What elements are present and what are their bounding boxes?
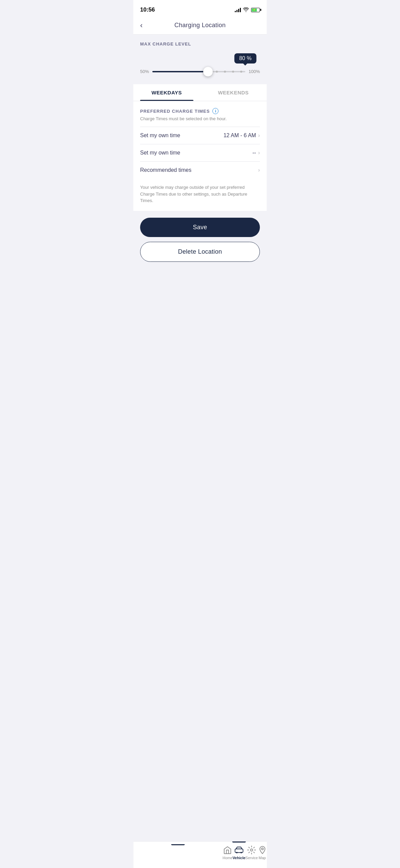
status-time: 10:56 (140, 6, 155, 13)
day-tabs: WEEKDAYS WEEKENDS (133, 84, 267, 101)
slider-max-label: 100% (249, 69, 260, 74)
slider-thumb[interactable] (203, 67, 213, 76)
max-charge-title: MAX CHARGE LEVEL (140, 41, 260, 47)
charge-slider-container: 80 % 50% 100% (140, 53, 260, 74)
slider-min-label: 50% (140, 69, 149, 74)
charge-time-value-1: 12 AM - 6 AM › (224, 132, 260, 139)
main-content: MAX CHARGE LEVEL 80 % 50% (133, 35, 267, 296)
tab-weekends[interactable]: WEEKENDS (200, 84, 267, 101)
recommended-times-item[interactable]: Recommended times › (140, 161, 260, 179)
slider-track-area: 50% 100% (140, 69, 260, 74)
chevron-icon-2: › (258, 150, 260, 156)
recommended-times-value: › (258, 167, 260, 173)
slider-dot (240, 71, 242, 73)
notice-text: Your vehicle may charge outside of your … (140, 184, 260, 204)
signal-icon (235, 7, 241, 12)
chevron-icon-3: › (258, 167, 260, 173)
delete-location-button[interactable]: Delete Location (140, 242, 260, 262)
nav-header: ‹ Charging Location (133, 18, 267, 35)
notice-section: Your vehicle may charge outside of your … (133, 179, 267, 211)
slider-dot (224, 71, 226, 73)
charge-time-value-2: -- › (252, 150, 260, 156)
back-button[interactable]: ‹ (140, 21, 142, 30)
status-bar: 10:56 ⚡ (133, 0, 267, 18)
battery-icon: ⚡ (251, 8, 260, 12)
status-icons: ⚡ (235, 7, 260, 12)
slider-fill (152, 71, 208, 72)
preferred-charge-times-section: PREFERRED CHARGE TIMES i Charge Times mu… (133, 101, 267, 179)
tab-weekdays[interactable]: WEEKDAYS (133, 84, 200, 101)
slider-track[interactable] (152, 71, 245, 72)
info-icon[interactable]: i (212, 108, 218, 114)
preferred-charge-header: PREFERRED CHARGE TIMES i (140, 108, 260, 114)
charge-time-item-2[interactable]: Set my own time -- › (140, 144, 260, 161)
recommended-times-label: Recommended times (140, 167, 191, 173)
save-button[interactable]: Save (140, 218, 260, 237)
slider-dot (232, 71, 234, 73)
preferred-charge-title: PREFERRED CHARGE TIMES (140, 109, 210, 114)
charge-time-label-2: Set my own time (140, 150, 180, 156)
charge-time-item-1[interactable]: Set my own time 12 AM - 6 AM › (140, 127, 260, 144)
page-title: Charging Location (174, 22, 226, 29)
max-charge-section: MAX CHARGE LEVEL 80 % 50% (133, 35, 267, 81)
action-buttons: Save Delete Location (133, 211, 267, 269)
wifi-icon (243, 7, 249, 12)
slider-dot (216, 71, 218, 73)
charge-time-label-1: Set my own time (140, 132, 180, 139)
preferred-charge-subtitle: Charge Times must be selected on the hou… (140, 116, 260, 121)
slider-tooltip: 80 % (234, 53, 256, 64)
chevron-icon-1: › (258, 132, 260, 139)
